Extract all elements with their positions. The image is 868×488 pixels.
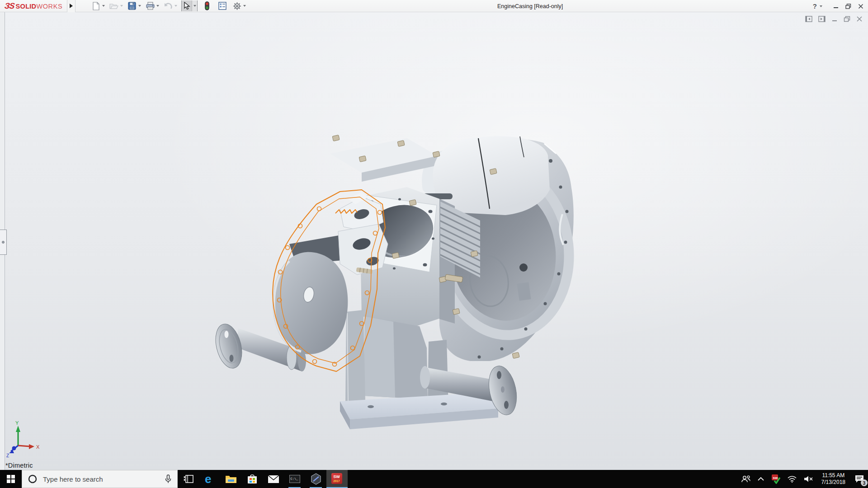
- titlebar: ЗS SOLID WORKS: [0, 0, 868, 12]
- brand-works: WORKS: [36, 3, 62, 10]
- tray-overflow-chevron-icon[interactable]: [757, 477, 764, 481]
- brand-solid: SOLID: [16, 3, 37, 10]
- triad-z-label: Z: [6, 453, 9, 458]
- solidworks-app-button[interactable]: SW 2017: [326, 470, 348, 488]
- view-orientation-label: *Dimetric: [5, 462, 33, 469]
- windows-logo-icon: [7, 475, 15, 483]
- taskbar-clock[interactable]: 11:55 AM 7/13/2018: [820, 472, 847, 486]
- doc-minimize-button[interactable]: [831, 16, 838, 22]
- triad-y-label: Y: [15, 420, 19, 426]
- system-tray: sw 11:55 AM 7/13/2018 3: [741, 470, 868, 488]
- action-center-button[interactable]: 3: [854, 473, 865, 485]
- taskbar-search[interactable]: Type here to search: [22, 470, 178, 488]
- doc-close-button[interactable]: [856, 16, 863, 22]
- document-window-controls: [805, 16, 863, 22]
- pane-collapse-left-button[interactable]: [805, 16, 812, 22]
- window-controls: ?: [813, 0, 863, 12]
- network-wifi-icon[interactable]: [787, 475, 797, 483]
- save-button[interactable]: [127, 0, 137, 11]
- solidworks-logo: ЗS SOLID WORKS: [0, 1, 67, 11]
- search-placeholder: Type here to search: [43, 475, 103, 483]
- select-button[interactable]: [182, 0, 192, 11]
- microsoft-edge-icon: e: [204, 473, 216, 485]
- select-tool-group: [181, 0, 198, 11]
- new-document-dropdown[interactable]: [101, 0, 106, 11]
- undo-icon: [164, 2, 173, 9]
- orientation-triad: Y X Z: [6, 420, 40, 458]
- svg-text:e: e: [205, 473, 211, 485]
- solidworks-2017-icon: SW 2017: [331, 473, 343, 485]
- engine-casing-model[interactable]: [212, 135, 577, 429]
- model-canvas[interactable]: Y X Z: [0, 12, 868, 470]
- restore-button[interactable]: [845, 4, 851, 9]
- expand-arrow-icon: [70, 4, 73, 8]
- triad-x-label: X: [36, 444, 40, 450]
- hexagon-app-icon: [310, 473, 322, 485]
- svg-text:sw: sw: [773, 476, 778, 480]
- open-icon: [109, 2, 118, 9]
- hexagon-app-button[interactable]: [305, 470, 326, 488]
- store-button[interactable]: [241, 470, 263, 488]
- options-button[interactable]: [232, 0, 242, 11]
- print-button[interactable]: [145, 0, 155, 11]
- selection-filter-icon: [205, 1, 209, 10]
- undo-dropdown[interactable]: [173, 0, 179, 11]
- selection-filter-button[interactable]: [202, 0, 212, 11]
- save-dropdown[interactable]: [137, 0, 142, 11]
- clock-date: 7/13/2018: [821, 479, 845, 486]
- sw-cube-year: 2017: [331, 479, 342, 483]
- open-dropdown[interactable]: [119, 0, 124, 11]
- clock-time: 11:55 AM: [821, 472, 845, 479]
- start-button[interactable]: [0, 470, 22, 488]
- print-dropdown[interactable]: [155, 0, 160, 11]
- undo-button[interactable]: [163, 0, 173, 11]
- close-button[interactable]: [858, 4, 863, 9]
- new-document-button[interactable]: [91, 0, 101, 11]
- quick-toolbar: [91, 0, 250, 11]
- mail-button[interactable]: [263, 470, 284, 488]
- microsoft-store-icon: [247, 474, 258, 484]
- options-gear-icon: [233, 2, 241, 10]
- file-explorer-icon: [225, 474, 237, 484]
- volume-muted-icon[interactable]: [803, 475, 813, 483]
- feature-manager-expand-tab[interactable]: [0, 230, 7, 255]
- solidworks-swoosh-icon: ЗS: [4, 1, 15, 11]
- save-icon: [128, 2, 136, 10]
- help-button[interactable]: ?: [813, 2, 817, 10]
- people-icon[interactable]: [741, 475, 751, 483]
- task-view-icon: [184, 475, 193, 483]
- solidworks-tray-icon[interactable]: sw: [771, 474, 781, 484]
- edge-button[interactable]: e: [199, 470, 220, 488]
- pane-expand-right-button[interactable]: [818, 16, 826, 22]
- cortana-icon: [28, 474, 37, 483]
- doc-restore-button[interactable]: [844, 16, 850, 22]
- menu-expand-button[interactable]: [67, 0, 75, 12]
- select-cursor-icon: [184, 2, 190, 10]
- options-dropdown[interactable]: [242, 0, 247, 11]
- file-explorer-button[interactable]: [220, 470, 241, 488]
- graphics-viewport[interactable]: Y X Z *Dimetr: [0, 12, 868, 470]
- mail-icon: [268, 475, 279, 483]
- new-document-icon: [92, 2, 100, 10]
- microphone-icon[interactable]: [165, 474, 171, 483]
- sw-cube-letters: SW: [333, 474, 340, 479]
- window-title: EngineCasing [Read-only]: [497, 0, 563, 12]
- minimize-button[interactable]: [833, 4, 839, 9]
- select-dropdown[interactable]: [192, 0, 197, 11]
- tab-grip-icon: [2, 241, 5, 244]
- task-view-button[interactable]: [178, 470, 199, 488]
- notification-badge: 3: [861, 479, 868, 486]
- task-pane-button[interactable]: [217, 0, 227, 11]
- open-button[interactable]: [109, 0, 119, 11]
- help-dropdown[interactable]: [818, 1, 824, 12]
- windows-taskbar: Type here to search e: [0, 470, 868, 488]
- task-pane-icon: [218, 2, 226, 10]
- taskbar-apps: e C:\_: [178, 470, 348, 488]
- command-prompt-icon: C:\_: [289, 475, 300, 483]
- print-icon: [146, 2, 155, 10]
- command-prompt-button[interactable]: C:\_: [284, 470, 305, 488]
